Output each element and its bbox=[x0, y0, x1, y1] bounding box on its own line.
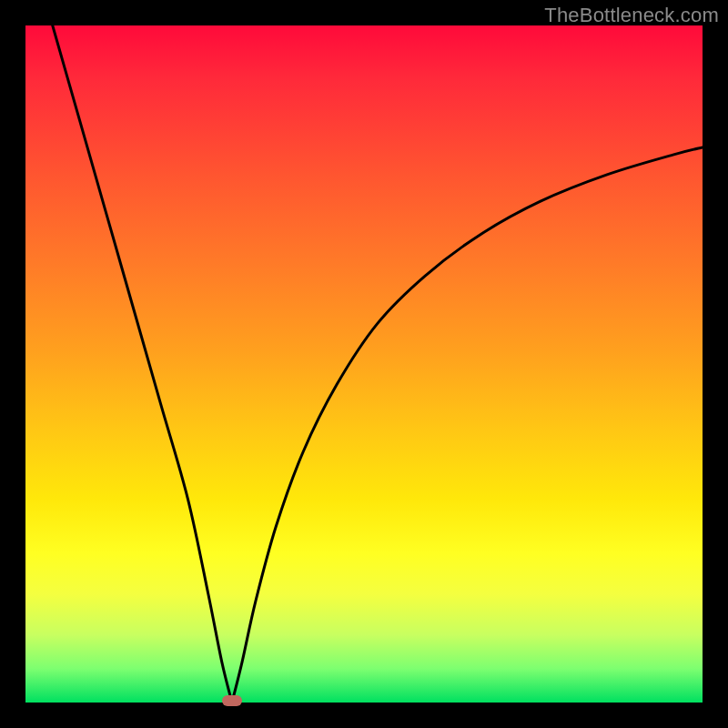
minimum-marker bbox=[222, 695, 242, 706]
bottleneck-curve bbox=[25, 25, 703, 703]
plot-area bbox=[25, 25, 703, 703]
watermark-text: TheBottleneck.com bbox=[544, 4, 719, 27]
